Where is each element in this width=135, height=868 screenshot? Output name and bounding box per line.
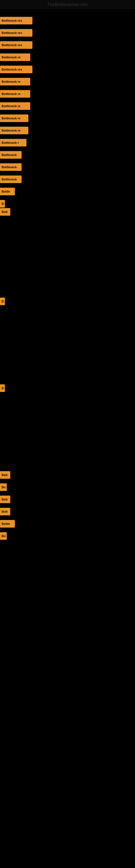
bottleneck-item-3[interactable]: Bottleneck res [0, 41, 32, 49]
bottleneck-item-18[interactable]: B [0, 298, 5, 305]
bottleneck-item-23[interactable]: Bott [0, 508, 10, 516]
bottleneck-item-5[interactable]: Bottleneck res [0, 66, 32, 73]
bottleneck-item-25[interactable]: Bo [0, 532, 7, 540]
bottleneck-item-12[interactable]: Bottleneck [0, 151, 21, 159]
bottleneck-item-19[interactable]: B [0, 384, 5, 392]
bottleneck-item-22[interactable]: Bott [0, 496, 10, 503]
bottleneck-item-1[interactable]: Bottleneck res [0, 17, 32, 24]
site-title: TheBottlenecker.com [0, 0, 135, 9]
bottleneck-item-9[interactable]: Bottleneck re [0, 115, 28, 122]
bottleneck-item-6[interactable]: Bottleneck re [0, 78, 30, 86]
bottleneck-item-16[interactable]: B [0, 200, 5, 208]
bottleneck-item-21[interactable]: Bo [0, 484, 7, 491]
bottleneck-item-4[interactable]: Bottleneck re [0, 54, 30, 61]
bottleneck-item-13[interactable]: Bottleneck [0, 163, 21, 171]
bottleneck-item-17[interactable]: Bott [0, 208, 10, 216]
bottleneck-item-11[interactable]: Bottleneck r [0, 139, 27, 147]
bottleneck-item-2[interactable]: Bottleneck res [0, 29, 32, 37]
bottleneck-item-14[interactable]: Bottleneck [0, 176, 21, 183]
bottleneck-item-8[interactable]: Bottleneck re [0, 102, 30, 110]
items-container: Bottleneck resBottleneck resBottleneck r… [0, 9, 135, 868]
bottleneck-item-15[interactable]: Bottle [0, 188, 15, 195]
bottleneck-item-7[interactable]: Bottleneck re [0, 90, 30, 98]
bottleneck-item-24[interactable]: Bottle [0, 520, 15, 528]
bottleneck-item-20[interactable]: Bott [0, 471, 10, 479]
bottleneck-item-10[interactable]: Bottleneck re [0, 127, 28, 134]
